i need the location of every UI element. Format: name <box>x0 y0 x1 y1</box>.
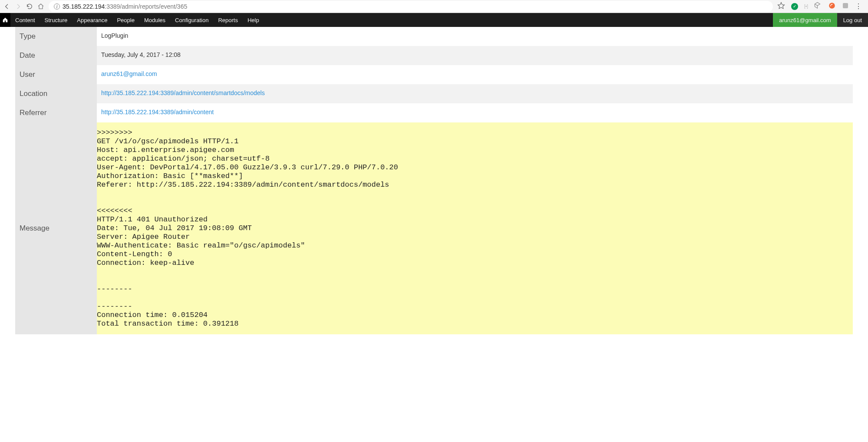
log-message: >>>>>>>> GET /v1/o/gsc/apimodels HTTP/1.… <box>97 122 853 334</box>
field-label: User <box>15 65 97 84</box>
field-label: Type <box>15 27 97 46</box>
admin-menu-content[interactable]: Content <box>10 13 40 27</box>
field-label: Date <box>15 46 97 65</box>
admin-menu: ContentStructureAppearancePeopleModulesC… <box>10 13 264 27</box>
field-value: arunz61@gmail.com <box>97 65 853 84</box>
url-text: 35.185.222.194:3389/admin/reports/event/… <box>63 3 187 10</box>
content-region: TypeLogPluginDateTuesday, July 4, 2017 -… <box>0 27 868 343</box>
table-row: Referrerhttp://35.185.222.194:3389/admin… <box>15 103 853 122</box>
admin-menu-structure[interactable]: Structure <box>40 13 73 27</box>
reload-button[interactable] <box>26 3 33 10</box>
admin-user-link[interactable]: arunz61@gmail.com <box>773 13 837 27</box>
field-label: Location <box>15 84 97 103</box>
back-button[interactable] <box>3 3 10 10</box>
admin-menu-appearance[interactable]: Appearance <box>72 13 112 27</box>
table-row: Locationhttp://35.185.222.194:3389/admin… <box>15 84 853 103</box>
address-bar[interactable]: i 35.185.222.194:3389/admin/reports/even… <box>49 1 773 12</box>
svg-point-0 <box>829 3 835 9</box>
field-value: http://35.185.222.194:3389/admin/content… <box>97 84 853 103</box>
extension-icon[interactable]: [•] <box>804 4 808 9</box>
admin-user-menu: arunz61@gmail.com Log out <box>773 13 868 27</box>
table-row: Message>>>>>>>> GET /v1/o/gsc/apimodels … <box>15 122 853 334</box>
field-value: http://35.185.222.194:3389/admin/content <box>97 103 853 122</box>
table-row: DateTuesday, July 4, 2017 - 12:08 <box>15 46 853 65</box>
value-link[interactable]: arunz61@gmail.com <box>101 70 157 77</box>
bookmark-star-icon[interactable] <box>777 2 785 11</box>
admin-menu-help[interactable]: Help <box>243 13 264 27</box>
field-value: Tuesday, July 4, 2017 - 12:08 <box>97 46 853 65</box>
browser-toolbar: i 35.185.222.194:3389/admin/reports/even… <box>0 0 868 13</box>
admin-menu-reports[interactable]: Reports <box>213 13 243 27</box>
admin-menu-modules[interactable]: Modules <box>139 13 170 27</box>
field-value: >>>>>>>> GET /v1/o/gsc/apimodels HTTP/1.… <box>97 122 853 334</box>
site-info-icon[interactable]: i <box>54 3 60 10</box>
extension-badge-icon[interactable]: ✓ <box>791 3 798 10</box>
field-label: Message <box>15 122 97 334</box>
extension-square-icon[interactable] <box>842 2 849 10</box>
home-button[interactable] <box>37 3 44 10</box>
value-link[interactable]: http://35.185.222.194:3389/admin/content <box>101 109 214 115</box>
browser-menu-icon[interactable]: ⋮ <box>855 2 862 10</box>
browser-actions: ✓ [•] ⋮ <box>777 2 865 11</box>
admin-home-icon[interactable] <box>0 13 10 27</box>
logout-link[interactable]: Log out <box>837 13 868 27</box>
table-row: TypeLogPlugin <box>15 27 853 46</box>
admin-toolbar: ContentStructureAppearancePeopleModulesC… <box>0 13 868 27</box>
forward-button[interactable] <box>15 3 22 10</box>
tag-assistant-icon[interactable] <box>814 2 822 11</box>
table-row: Userarunz61@gmail.com <box>15 65 853 84</box>
value-link[interactable]: http://35.185.222.194:3389/admin/content… <box>101 89 265 96</box>
svg-rect-1 <box>843 3 848 8</box>
field-value: LogPlugin <box>97 27 853 46</box>
admin-menu-configuration[interactable]: Configuration <box>170 13 213 27</box>
event-details-table: TypeLogPluginDateTuesday, July 4, 2017 -… <box>15 27 853 334</box>
field-label: Referrer <box>15 103 97 122</box>
admin-menu-people[interactable]: People <box>112 13 139 27</box>
postman-icon[interactable] <box>828 2 836 11</box>
